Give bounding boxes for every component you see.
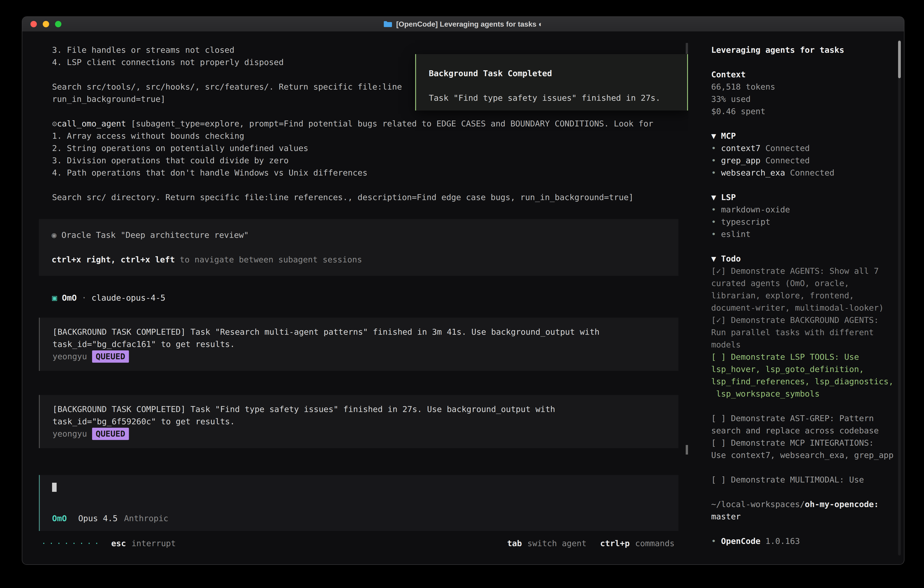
lsp-header-label: LSP bbox=[721, 193, 736, 202]
lsp-name: markdown-oxide bbox=[721, 205, 790, 214]
titlebar: [OpenCode] Leveraging agents for tasks ◐ bbox=[22, 17, 904, 31]
todo-item-pending: [ ] Demonstrate AST-GREP: Pattern search… bbox=[711, 412, 899, 437]
todo-item-done: [✓] Demonstrate BACKGROUND AGENTS: Run p… bbox=[711, 314, 899, 351]
prompt-input[interactable]: OmOOpus 4.5Anthropic bbox=[39, 475, 678, 531]
context-header: Context bbox=[711, 68, 899, 81]
bullet-icon: • bbox=[711, 144, 721, 153]
hint-keys: ctrl+x right, ctrl+x left bbox=[52, 255, 175, 264]
lsp-section-header[interactable]: ▼ LSP bbox=[711, 191, 899, 203]
tab-key-hint: tab bbox=[507, 537, 522, 550]
bullet-icon: • bbox=[711, 230, 721, 239]
lsp-name: typescript bbox=[721, 217, 770, 226]
workspace-branch: master bbox=[711, 510, 899, 523]
message-text: [BACKGROUND TASK COMPLETED] Task "Resear… bbox=[40, 326, 678, 338]
oracle-task-label: Oracle Task "Deep architecture review" bbox=[57, 230, 249, 239]
traffic-lights bbox=[22, 21, 61, 27]
subagent-nav-hint: ctrl+x right, ctrl+x left to navigate be… bbox=[39, 254, 678, 266]
ctrl-p-key-hint: ctrl+p bbox=[600, 537, 630, 550]
todo-item-active: [ ] Demonstrate LSP TOOLS: Use lsp_hover… bbox=[711, 351, 899, 400]
zoom-button[interactable] bbox=[55, 21, 61, 27]
author-name: yeongyu bbox=[53, 429, 87, 438]
model-row: OmOOpus 4.5Anthropic bbox=[52, 512, 678, 525]
agent-model: claude-opus-4-5 bbox=[91, 293, 165, 302]
chevron-down-icon: ▼ bbox=[711, 193, 721, 202]
workspace-path-prefix: ~/local-workspaces/ bbox=[711, 500, 805, 509]
mcp-header-label: MCP bbox=[721, 131, 736, 140]
terminal-window: [OpenCode] Leveraging agents for tasks ◐… bbox=[22, 17, 904, 565]
app-name: OpenCode bbox=[721, 537, 760, 546]
hint-text: to navigate between subagent sessions bbox=[175, 255, 362, 264]
lsp-item: • markdown-oxide bbox=[711, 203, 899, 216]
window-title: [OpenCode] Leveraging agents for tasks ◐ bbox=[396, 20, 543, 28]
tool-call-line: ⚙call_omo_agent [subagent_type=explore, … bbox=[22, 117, 688, 130]
record-icon: ◉ bbox=[52, 230, 57, 239]
session-title: Leveraging agents for tasks bbox=[711, 44, 899, 56]
sidebar-scrollbar-track[interactable] bbox=[898, 40, 901, 555]
blank-line bbox=[39, 241, 678, 254]
separator-dot: · bbox=[77, 293, 91, 302]
message-text: task_id="bg_dcfac161" to get results. bbox=[40, 338, 678, 350]
toast-body: Task "Find type safety issues" finished … bbox=[416, 92, 687, 104]
mcp-status: Connected bbox=[761, 144, 810, 153]
blank-line bbox=[416, 79, 687, 92]
context-used: 33% used bbox=[711, 93, 899, 105]
window-title-area: [OpenCode] Leveraging agents for tasks ◐ bbox=[22, 20, 904, 28]
message-footer: yeongyuQUEUED bbox=[40, 428, 678, 440]
text-cursor bbox=[52, 483, 57, 492]
chat-pane: 3. File handles or streams not closed 4.… bbox=[22, 31, 688, 565]
lsp-item: • eslint bbox=[711, 228, 899, 240]
todo-header-label: Todo bbox=[721, 254, 741, 263]
tool-output-line: 1. Array access without bounds checking bbox=[22, 130, 688, 142]
status-bar: ········ esc interrupt tab switch agent … bbox=[22, 537, 688, 550]
tool-output-line: 4. Path operations that don't handle Win… bbox=[22, 167, 688, 179]
todo-item-done: [✓] Demonstrate AGENTS: Show all 7 curat… bbox=[711, 265, 899, 314]
scrollbar-thumb[interactable] bbox=[686, 445, 688, 454]
mcp-name: websearch_exa bbox=[721, 168, 785, 177]
chevron-down-icon: ▼ bbox=[711, 131, 721, 140]
context-spent: $0.46 spent bbox=[711, 105, 899, 117]
mcp-name: context7 bbox=[721, 144, 760, 153]
lsp-name: eslint bbox=[721, 230, 751, 239]
message-text: task_id="bg_6f59260c" to get results. bbox=[40, 415, 678, 428]
mcp-item: • websearch_exa Connected bbox=[711, 167, 899, 179]
gear-icon: ⚙ bbox=[52, 119, 57, 128]
blank-line bbox=[22, 203, 688, 216]
tool-args: [subagent_type=explore, prompt=Find pote… bbox=[126, 119, 653, 128]
mcp-section-header[interactable]: ▼ MCP bbox=[711, 130, 899, 142]
notification-toast: Background Task Completed Task "Find typ… bbox=[415, 54, 688, 111]
workspace-name: oh-my-opencode: bbox=[805, 500, 879, 509]
chevron-down-icon: ▼ bbox=[711, 254, 721, 263]
scrollbar-thumb[interactable] bbox=[686, 43, 688, 54]
app-version-footer: • OpenCode 1.0.163 bbox=[711, 535, 899, 547]
queued-badge: QUEUED bbox=[92, 350, 129, 363]
minimize-button[interactable] bbox=[43, 21, 49, 27]
background-task-message: [BACKGROUND TASK COMPLETED] Task "Find t… bbox=[39, 395, 678, 448]
context-tokens: 66,518 tokens bbox=[711, 81, 899, 93]
todo-item-pending: [ ] Demonstrate MCP INTEGRATIONS: Use co… bbox=[711, 437, 899, 461]
mcp-name: grep_app bbox=[721, 156, 760, 165]
provider-label: Anthropic bbox=[124, 514, 168, 523]
todo-section-header[interactable]: ▼ Todo bbox=[711, 253, 899, 265]
tab-key-label: switch agent bbox=[527, 537, 586, 550]
model-name-label: Opus 4.5 bbox=[78, 514, 117, 523]
ctrl-p-key-label: commands bbox=[635, 537, 675, 550]
tool-output-line: 3. Division operations that could divide… bbox=[22, 154, 688, 167]
queued-badge: QUEUED bbox=[92, 428, 129, 440]
message-text: [BACKGROUND TASK COMPLETED] Task "Find t… bbox=[40, 403, 678, 415]
tool-output-line: 2. String operations on potentially unde… bbox=[22, 142, 688, 154]
close-button[interactable] bbox=[30, 21, 37, 27]
mcp-item: • grep_app Connected bbox=[711, 154, 899, 167]
agent-checkbox-icon: ▣ bbox=[52, 293, 57, 302]
background-task-message: [BACKGROUND TASK COMPLETED] Task "Resear… bbox=[39, 318, 678, 371]
toast-title: Background Task Completed bbox=[416, 67, 687, 79]
esc-key-label: interrupt bbox=[131, 537, 176, 550]
tool-output-line: Search src/ directory. Return specific f… bbox=[22, 191, 688, 203]
mcp-status: Connected bbox=[761, 156, 810, 165]
bullet-icon: • bbox=[711, 168, 721, 177]
message-footer: yeongyuQUEUED bbox=[40, 350, 678, 363]
app-version: 1.0.163 bbox=[761, 537, 800, 546]
bullet-icon: • bbox=[711, 217, 721, 226]
sidebar-scrollbar-thumb[interactable] bbox=[898, 41, 901, 78]
chat-scroll-area[interactable]: 3. File handles or streams not closed 4.… bbox=[22, 31, 688, 474]
esc-key-hint: esc bbox=[111, 537, 126, 550]
